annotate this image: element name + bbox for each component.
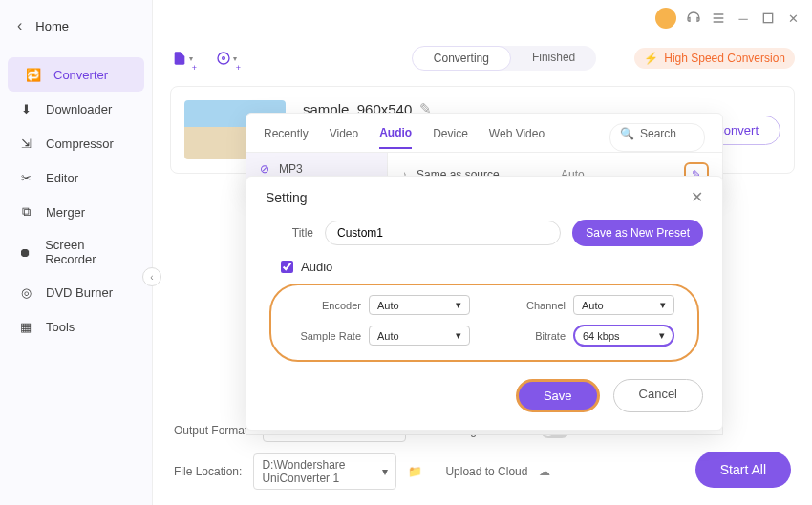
merge-icon: ⧉ <box>17 203 34 221</box>
compress-icon: ⇲ <box>17 135 34 152</box>
add-file-button[interactable]: +▾ <box>170 46 195 71</box>
check-icon: ⊘ <box>260 162 269 176</box>
output-format-label: Output Format: <box>174 424 251 437</box>
svg-point-2 <box>223 57 225 60</box>
tab-web-video[interactable]: Web Video <box>489 127 545 148</box>
folder-icon[interactable]: 📁 <box>408 465 422 478</box>
sidebar-item-merger[interactable]: ⧉Merger <box>0 195 152 229</box>
high-speed-badge[interactable]: ⚡High Speed Conversion <box>634 48 795 69</box>
file-location-label: File Location: <box>174 465 242 478</box>
sidebar-item-compressor[interactable]: ⇲Compressor <box>0 126 152 160</box>
bolt-icon: ⚡ <box>644 52 658 65</box>
start-all-button[interactable]: Start All <box>695 452 791 488</box>
upload-label: Upload to Cloud <box>445 465 527 478</box>
sidebar-item-converter[interactable]: 🔁Converter <box>8 57 144 92</box>
channel-select[interactable]: Auto▾ <box>573 295 674 315</box>
sidebar-item-tools[interactable]: ▦Tools <box>0 309 152 344</box>
disc-icon: ◎ <box>17 284 34 301</box>
tab-video[interactable]: Video <box>330 127 358 148</box>
home-label: Home <box>35 19 69 33</box>
cancel-button[interactable]: Cancel <box>613 379 703 412</box>
svg-point-1 <box>218 53 229 64</box>
title-field-label: Title <box>266 226 313 240</box>
sidebar-item-screen-recorder[interactable]: ⏺Screen Recorder <box>0 229 152 275</box>
add-disc-button[interactable]: +▾ <box>214 46 239 71</box>
grid-icon: ▦ <box>17 318 34 335</box>
title-input[interactable] <box>325 221 561 245</box>
record-icon: ⏺ <box>17 243 33 261</box>
sidebar-item-dvd-burner[interactable]: ◎DVD Burner <box>0 275 152 309</box>
scissors-icon: ✂ <box>17 169 34 186</box>
tab-converting[interactable]: Converting <box>412 46 511 71</box>
tab-finished[interactable]: Finished <box>511 46 596 71</box>
audio-section-label: Audio <box>301 260 332 274</box>
close-icon[interactable]: ✕ <box>691 188 703 206</box>
save-button[interactable]: Save <box>516 379 600 412</box>
bitrate-select[interactable]: 64 kbps▾ <box>573 325 674 347</box>
chevron-left-icon: ‹ <box>17 17 22 34</box>
save-preset-button[interactable]: Save as New Preset <box>572 220 703 246</box>
format-search[interactable]: 🔍Search <box>609 123 705 152</box>
back-home[interactable]: ‹ Home <box>0 8 152 44</box>
encoder-select[interactable]: Auto▾ <box>369 295 470 315</box>
download-icon: ⬇ <box>17 100 34 117</box>
converter-icon: 🔁 <box>25 66 42 83</box>
status-segment: Converting Finished <box>412 46 596 71</box>
tab-device[interactable]: Device <box>433 127 468 148</box>
modal-title: Setting <box>266 190 308 205</box>
sidebar-item-editor[interactable]: ✂Editor <box>0 160 152 195</box>
sidebar-item-downloader[interactable]: ⬇Downloader <box>0 92 152 126</box>
cloud-icon[interactable]: ☁ <box>539 465 550 478</box>
sidebar: ‹ Home 🔁Converter ⬇Downloader ⇲Compresso… <box>0 0 153 505</box>
audio-checkbox[interactable] <box>281 261 293 273</box>
audio-settings-group: EncoderAuto▾ ChannelAuto▾ Sample RateAut… <box>269 284 699 362</box>
file-location-select[interactable]: D:\Wondershare UniConverter 1▾ <box>253 453 396 490</box>
search-icon: 🔍 <box>620 127 634 148</box>
tab-audio[interactable]: Audio <box>379 126 412 149</box>
samplerate-select[interactable]: Auto▾ <box>369 326 470 346</box>
tab-recently[interactable]: Recently <box>264 127 309 148</box>
setting-modal: Setting ✕ Title Save as New Preset Audio… <box>246 176 723 431</box>
